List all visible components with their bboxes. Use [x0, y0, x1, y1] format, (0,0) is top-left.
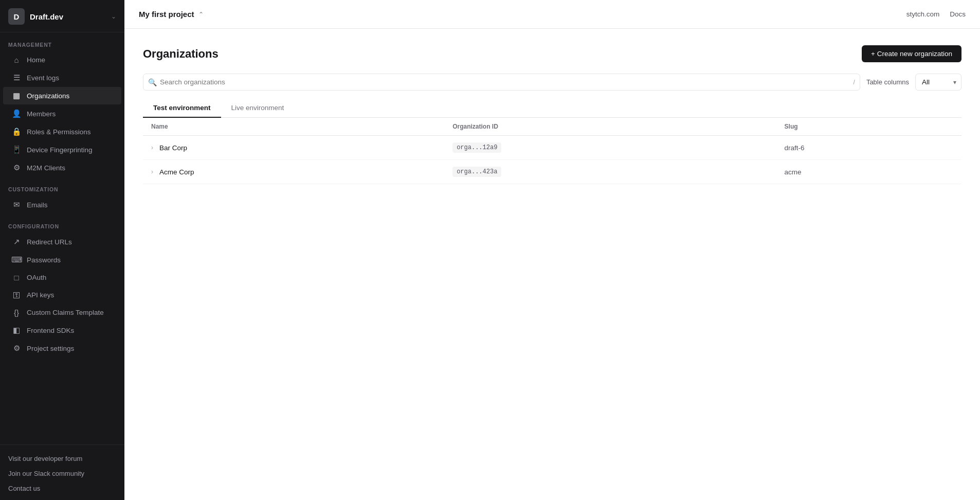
sidebar-item-roles-permissions[interactable]: 🔒Roles & Permissions	[3, 123, 121, 140]
frontend-sdks-icon: ◧	[11, 326, 22, 335]
sidebar-item-event-logs[interactable]: ☰Event logs	[3, 69, 121, 86]
sidebar-nav: MANAGEMENT⌂Home☰Event logs▦Organizations…	[0, 32, 124, 358]
table-body: ›Bar Corporga...12a9draft-6›Acme Corporg…	[143, 136, 961, 184]
table-columns-select-wrapper: All ▾	[915, 74, 961, 91]
topbar-right: stytch.com Docs	[906, 10, 966, 18]
sidebar-item-label-m2m-clients: M2M Clients	[27, 164, 65, 172]
sidebar-logo[interactable]: D Draft.dev ⌄	[0, 0, 124, 32]
search-icon: 🔍	[148, 78, 157, 86]
roles-permissions-icon: 🔒	[11, 127, 22, 136]
section-label-customization: CUSTOMIZATION	[0, 177, 124, 195]
tab-test-environment[interactable]: Test environment	[143, 99, 221, 118]
col-header-org-id: Organization ID	[444, 118, 776, 136]
sidebar-item-api-keys[interactable]: ⚿API keys	[3, 287, 121, 303]
table-row[interactable]: ›Bar Corporga...12a9draft-6	[143, 136, 961, 160]
row-slug-row-bar-corp: draft-6	[776, 136, 961, 160]
org-id-badge: orga...423a	[452, 167, 501, 177]
table-columns-select[interactable]: All	[915, 74, 961, 91]
sidebar-item-frontend-sdks[interactable]: ◧Frontend SDKs	[3, 322, 121, 339]
logo-name: Draft.dev	[30, 12, 106, 21]
page-title: Organizations	[143, 47, 219, 61]
stytch-link[interactable]: stytch.com	[906, 10, 940, 18]
topbar-left: My first project ⌃	[139, 10, 204, 19]
sidebar-item-label-device-fingerprinting: Device Fingerprinting	[27, 146, 93, 154]
project-chevron-icon[interactable]: ⌃	[198, 11, 204, 18]
home-icon: ⌂	[11, 56, 22, 64]
table-row[interactable]: ›Acme Corporga...423aacme	[143, 160, 961, 184]
row-slug-row-acme-corp: acme	[776, 160, 961, 184]
main-content: My first project ⌃ stytch.com Docs Organ…	[124, 0, 980, 500]
organizations-table: Name Organization ID Slug ›Bar Corporga.…	[143, 118, 961, 184]
org-name: Bar Corp	[159, 144, 187, 152]
sidebar-item-label-members: Members	[27, 110, 56, 118]
event-logs-icon: ☰	[11, 73, 22, 82]
custom-claims-template-icon: {}	[11, 308, 22, 317]
row-name-row-acme-corp: ›Acme Corp	[143, 160, 444, 184]
row-expand-icon: ›	[151, 168, 153, 175]
project-settings-icon: ⚙	[11, 344, 22, 353]
sidebar-item-label-event-logs: Event logs	[27, 74, 59, 82]
org-name: Acme Corp	[159, 168, 194, 176]
toolbar: 🔍 / Table columns All ▾	[143, 74, 961, 91]
sidebar-bottom: Visit our developer forum Join our Slack…	[0, 444, 124, 500]
row-org-id-row-bar-corp: orga...12a9	[444, 136, 776, 160]
sidebar-item-m2m-clients[interactable]: ⚙M2M Clients	[3, 159, 121, 176]
table-header: Name Organization ID Slug	[143, 118, 961, 136]
redirect-urls-icon: ↗	[11, 237, 22, 246]
search-input[interactable]	[143, 74, 860, 91]
org-id-badge: orga...12a9	[452, 142, 501, 153]
row-org-id-row-acme-corp: orga...423a	[444, 160, 776, 184]
sidebar-item-custom-claims-template[interactable]: {}Custom Claims Template	[3, 304, 121, 321]
sidebar-item-label-passwords: Passwords	[27, 256, 61, 264]
page-content: Organizations + Create new organization …	[124, 29, 980, 500]
table-columns-label: Table columns	[866, 78, 909, 86]
sidebar-item-redirect-urls[interactable]: ↗Redirect URLs	[3, 233, 121, 251]
members-icon: 👤	[11, 109, 22, 118]
sidebar-item-organizations[interactable]: ▦Organizations	[3, 87, 121, 104]
sidebar-developer-forum-link[interactable]: Visit our developer forum	[0, 451, 124, 466]
page-header: Organizations + Create new organization	[143, 45, 961, 62]
sidebar-item-label-organizations: Organizations	[27, 92, 69, 100]
emails-icon: ✉	[11, 200, 22, 209]
project-name: My first project	[139, 10, 194, 19]
sidebar-item-label-custom-claims-template: Custom Claims Template	[27, 309, 104, 316]
tab-live-environment[interactable]: Live environment	[221, 99, 295, 118]
sidebar-slack-link[interactable]: Join our Slack community	[0, 466, 124, 481]
search-shortcut: /	[854, 79, 855, 86]
section-label-configuration: CONFIGURATION	[0, 214, 124, 233]
create-organization-button[interactable]: + Create new organization	[862, 45, 961, 62]
sidebar-item-passwords[interactable]: ⌨Passwords	[3, 251, 121, 269]
sidebar-item-emails[interactable]: ✉Emails	[3, 196, 121, 213]
m2m-clients-icon: ⚙	[11, 163, 22, 172]
sidebar-item-label-api-keys: API keys	[27, 291, 54, 299]
sidebar-item-project-settings[interactable]: ⚙Project settings	[3, 340, 121, 357]
sidebar-item-label-frontend-sdks: Frontend SDKs	[27, 327, 74, 334]
sidebar-item-label-oauth: OAuth	[27, 274, 46, 281]
sidebar-item-members[interactable]: 👤Members	[3, 105, 121, 122]
environment-tabs: Test environment Live environment	[143, 99, 961, 118]
logo-chevron-icon: ⌄	[111, 13, 116, 20]
sidebar-contact-link[interactable]: Contact us	[0, 481, 124, 496]
sidebar-item-device-fingerprinting[interactable]: 📱Device Fingerprinting	[3, 141, 121, 158]
sidebar-item-label-project-settings: Project settings	[27, 345, 74, 352]
sidebar-item-label-roles-permissions: Roles & Permissions	[27, 128, 91, 136]
sidebar-item-oauth[interactable]: □OAuth	[3, 269, 121, 286]
organizations-icon: ▦	[11, 91, 22, 100]
sidebar-item-label-home: Home	[27, 56, 45, 64]
passwords-icon: ⌨	[11, 255, 22, 264]
col-header-slug: Slug	[776, 118, 961, 136]
sidebar-item-label-redirect-urls: Redirect URLs	[27, 238, 72, 246]
oauth-icon: □	[11, 273, 22, 282]
api-keys-icon: ⚿	[11, 291, 22, 299]
topbar: My first project ⌃ stytch.com Docs	[124, 0, 980, 29]
org-slug: acme	[785, 168, 802, 176]
row-name-row-bar-corp: ›Bar Corp	[143, 136, 444, 160]
docs-link[interactable]: Docs	[950, 10, 966, 18]
row-expand-icon: ›	[151, 144, 153, 151]
org-slug: draft-6	[785, 144, 805, 152]
search-wrapper: 🔍 /	[143, 74, 860, 91]
logo-box: D	[8, 8, 25, 25]
sidebar-item-label-emails: Emails	[27, 201, 48, 209]
section-label-management: MANAGEMENT	[0, 32, 124, 51]
sidebar-item-home[interactable]: ⌂Home	[3, 51, 121, 68]
